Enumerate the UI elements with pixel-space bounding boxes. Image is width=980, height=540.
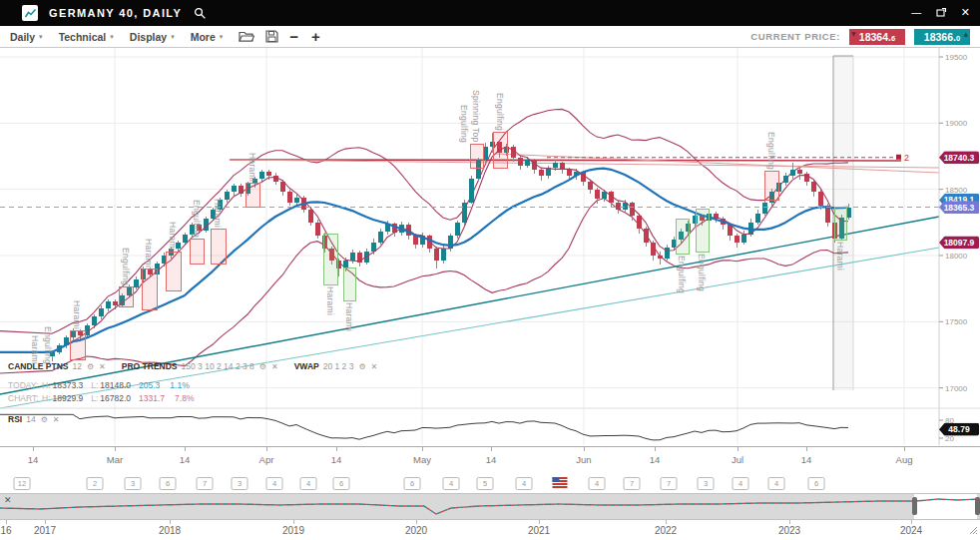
rsi-remove-icon[interactable]: ✕ [53, 415, 60, 424]
time-tick-label: Jul [732, 454, 743, 465]
rsi-value-badge: 48.79 [939, 423, 979, 436]
stats-row-label: TODAY: [8, 380, 42, 390]
price-main: 18364. [859, 31, 891, 43]
search-icon[interactable] [194, 7, 207, 20]
pattern-box-harami [70, 330, 86, 360]
navigator-close-icon[interactable]: ✕ [4, 496, 12, 505]
legend-params: 150 3 10 2 14 2 3 8 [182, 361, 254, 371]
calendar-event-icon[interactable]: 3 [232, 477, 248, 490]
save-icon[interactable] [265, 30, 278, 43]
year-label: 2024 [900, 525, 922, 536]
year-label: 2021 [528, 525, 550, 536]
time-tick-label: 14 [801, 454, 812, 465]
legend-settings-icon[interactable]: ⚙ [259, 362, 266, 371]
us-flag-icon[interactable] [553, 477, 568, 488]
pattern-label: Harami [835, 242, 845, 270]
calendar-event-icon[interactable]: 6 [404, 477, 421, 490]
year-label: 2020 [405, 525, 427, 536]
menu-technical[interactable]: Technical▾ [59, 31, 114, 43]
zoom-out-button[interactable]: − [289, 30, 298, 44]
pattern-label: Engulfing [192, 200, 202, 238]
calendar-event-icon[interactable]: 6 [808, 477, 825, 490]
calendar-event-icon[interactable]: 6 [333, 477, 350, 490]
price-tick-label: 17000 [945, 383, 967, 392]
year-tick [539, 520, 540, 524]
pattern-box-engulfing [696, 209, 710, 253]
stats-row: TODAY:H:18373.3L:18148.0205.31.1% [8, 380, 190, 390]
close-window-button[interactable]: ✕ [961, 8, 970, 18]
pattern-label: Engulfing [43, 326, 53, 364]
open-folder-icon[interactable] [239, 30, 254, 43]
calendar-event-icon[interactable]: 4 [443, 477, 460, 490]
trading-app-window: { "titlebar": { "title": "GERMANY 40, DA… [0, 0, 980, 540]
legend-settings-icon[interactable]: ⚙ [87, 362, 94, 371]
resize-handle-icon[interactable] [968, 521, 978, 539]
calendar-event-icon[interactable]: 4 [300, 477, 317, 490]
calendar-event-icon[interactable]: 5 [477, 477, 494, 490]
time-axis: 14Mar14Apr14May14Jun14Jul14Aug [0, 446, 980, 473]
menu-daily[interactable]: Daily▾ [10, 31, 43, 43]
year-label: 2022 [655, 525, 677, 536]
up-arrow-icon: ▲ [963, 30, 968, 37]
alert-marker-label: 2 [904, 153, 909, 163]
low-value: 16782.0 [100, 393, 131, 403]
time-tick [115, 447, 116, 451]
stats-row: CHART:H:18929.9L:16782.01331.77.8% [8, 393, 194, 403]
menu-display[interactable]: Display▾ [130, 31, 175, 43]
indicator-legend: CANDLE PTNS12⚙✕PRO TRENDS150 3 10 2 14 2… [8, 361, 377, 371]
legend-name: PRO TRENDS [122, 361, 178, 371]
time-tick-label: 14 [28, 454, 39, 465]
bid-price-badge: ▼18364.6 [849, 29, 905, 45]
calendar-event-icon[interactable]: 6 [160, 477, 177, 490]
time-tick [185, 447, 186, 451]
zoom-in-button[interactable]: + [311, 30, 320, 44]
calendar-event-icon[interactable]: 4 [589, 477, 606, 490]
calendar-event-icon[interactable]: 7 [624, 477, 641, 490]
legend-settings-icon[interactable]: ⚙ [358, 362, 365, 371]
legend-remove-icon[interactable]: ✕ [99, 362, 106, 371]
menu-more[interactable]: More▾ [191, 31, 224, 43]
legend-remove-icon[interactable]: ✕ [271, 362, 278, 371]
pattern-label: Harami [168, 222, 178, 251]
pattern-box-harami [245, 183, 260, 208]
pattern-label: Engulfing [766, 132, 776, 170]
price-tick-label: 19000 [945, 119, 967, 128]
calendar-event-icon[interactable]: 4 [733, 477, 749, 490]
restore-button[interactable] [936, 7, 947, 19]
calendar-event-icon[interactable]: 7 [661, 477, 678, 490]
chevron-down-icon: ▾ [39, 33, 43, 41]
down-arrow-icon: ▼ [851, 30, 856, 37]
time-tick-label: Jun [576, 454, 591, 465]
pattern-label: Harami [213, 199, 223, 228]
menu-label: Daily [10, 31, 35, 43]
pattern-box-spinning-top [470, 144, 484, 169]
pattern-box-engulfing [676, 219, 690, 255]
calendar-event-icon[interactable]: 2 [87, 477, 104, 490]
pattern-label: Spinning Top [471, 90, 481, 143]
app-logo-icon [22, 5, 38, 21]
range-navigator[interactable]: ✕ [0, 493, 980, 520]
calendar-event-icon[interactable]: 4 [768, 477, 785, 490]
calendar-event-icon[interactable]: 3 [698, 477, 715, 490]
navigator-right-handle[interactable] [975, 497, 980, 515]
navigator-left-handle[interactable] [912, 497, 917, 515]
minimize-button[interactable]: — [911, 8, 922, 18]
calendar-event-icon[interactable]: 3 [125, 477, 142, 490]
rsi-params: 14 [26, 414, 35, 424]
low-value: 18148.0 [100, 380, 131, 390]
titlebar: GERMANY 40, DAILY — ✕ [0, 0, 980, 26]
calendar-event-icon[interactable]: 7 [197, 477, 214, 490]
high-label: H: [42, 380, 51, 390]
rsi-settings-icon[interactable]: ⚙ [41, 415, 48, 424]
price-badge: 18365.3 [939, 201, 979, 214]
pattern-box-engulfing [190, 239, 205, 265]
price-badge: 18097.9 [939, 236, 979, 249]
change-percent: 7.8% [175, 393, 194, 403]
calendar-event-icon[interactable]: 4 [516, 477, 533, 490]
calendar-event-icon[interactable]: 4 [266, 477, 283, 490]
legend-remove-icon[interactable]: ✕ [371, 362, 378, 371]
calendar-event-icon[interactable]: 12 [14, 477, 31, 490]
time-tick-label: Apr [259, 454, 274, 465]
time-tick-label: 14 [486, 454, 497, 465]
time-tick-label: Mar [107, 454, 123, 465]
